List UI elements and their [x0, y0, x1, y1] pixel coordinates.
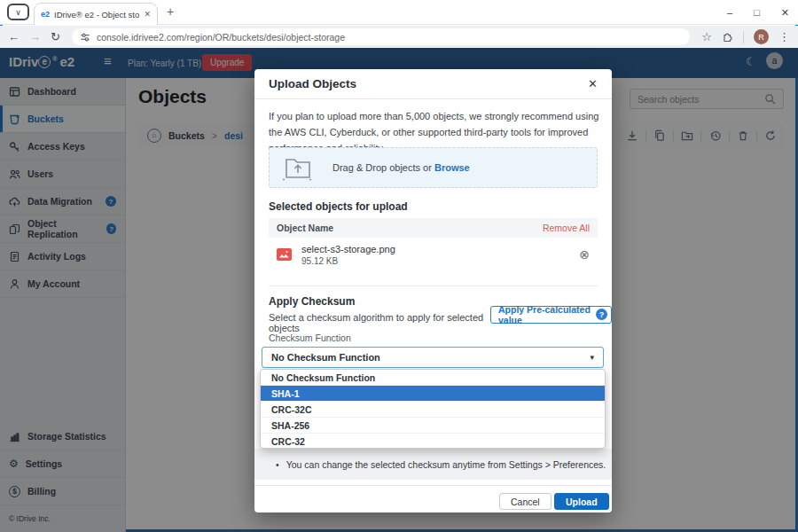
note-message: You can change the selected checksum any…: [286, 459, 606, 470]
browser-menu-icon[interactable]: ⋮: [778, 31, 790, 43]
browser-tab[interactable]: e2 IDrive® e2 - Object storage ✕: [34, 3, 158, 25]
chevron-down-icon: ▾: [590, 353, 594, 362]
close-icon[interactable]: ✕: [588, 77, 598, 90]
tab-strip: ∨ e2 IDrive® e2 - Object storage ✕ + – □…: [0, 0, 798, 25]
upload-button[interactable]: Upload: [554, 493, 609, 510]
modal-title: Upload Objects: [269, 77, 356, 90]
browser-window: ∨ e2 IDrive® e2 - Object storage ✕ + – □…: [0, 0, 798, 532]
option-crc32[interactable]: CRC-32: [261, 434, 605, 449]
checksum-subtext: Select a checksum algorithm to apply for…: [269, 312, 486, 333]
maximize-button[interactable]: □: [754, 7, 760, 18]
tab-title: IDrive® e2 - Object storage: [54, 10, 139, 20]
favicon-e2-icon: e2: [41, 10, 50, 19]
window-close-button[interactable]: ✕: [781, 7, 789, 19]
file-size: 95.12 KB: [301, 256, 395, 266]
bookmark-star-icon[interactable]: ☆: [701, 31, 712, 43]
option-sha256[interactable]: SHA-256: [261, 418, 605, 434]
extensions-puzzle-icon[interactable]: [722, 31, 733, 43]
modal-header: Upload Objects ✕: [254, 69, 612, 99]
upload-objects-modal: Upload Objects ✕ If you plan to upload m…: [254, 69, 612, 512]
footer-divider: [254, 485, 612, 486]
chevron-down-icon: ∨: [15, 8, 21, 17]
objects-table-header: Object Name Remove All: [269, 218, 598, 238]
tab-close-icon[interactable]: ✕: [144, 10, 151, 19]
bullet: •: [276, 459, 279, 470]
site-settings-icon: [80, 32, 90, 43]
toolbar-divider: [743, 31, 744, 43]
file-name: select-s3-storage.png: [301, 244, 395, 254]
selected-objects-heading: Selected objects for upload: [269, 200, 408, 213]
tab-search-button[interactable]: ∨: [7, 4, 29, 20]
minimize-button[interactable]: –: [727, 7, 732, 18]
section-divider: [269, 286, 598, 286]
note-panel: •You can change the selected checksum an…: [254, 449, 612, 480]
file-meta: select-s3-storage.png 95.12 KB: [301, 244, 395, 266]
back-button[interactable]: ←: [8, 31, 20, 43]
forward-button[interactable]: →: [29, 31, 41, 43]
dropzone-label: Drag & Drop objects or: [332, 162, 432, 173]
browser-profile-avatar[interactable]: R: [754, 29, 769, 44]
checksum-selected-value: No Checksum Function: [271, 352, 380, 363]
help-icon[interactable]: ?: [596, 309, 607, 320]
browser-toolbar: ← → ↻ console.idrivee2.com/region/OR/buc…: [0, 26, 798, 48]
column-object-name: Object Name: [277, 223, 333, 233]
option-no-checksum[interactable]: No Checksum Function: [261, 370, 605, 386]
cancel-button[interactable]: Cancel: [499, 493, 552, 510]
image-file-icon: [277, 248, 292, 261]
window-controls: – □ ✕: [727, 2, 789, 23]
reload-button[interactable]: ↻: [51, 31, 60, 43]
apply-precalculated-button[interactable]: Apply Pre-calculated value: [490, 306, 612, 324]
remove-file-icon[interactable]: ⊗: [579, 247, 590, 262]
new-tab-button[interactable]: +: [167, 4, 174, 19]
checksum-function-label: Checksum Function: [269, 332, 351, 343]
remove-all-link[interactable]: Remove All: [543, 223, 590, 233]
table-row: select-s3-storage.png 95.12 KB ⊗: [269, 238, 598, 271]
folder-upload-icon: [281, 153, 315, 183]
address-bar[interactable]: console.idrivee2.com/region/OR/buckets/d…: [72, 28, 690, 45]
url-text: console.idrivee2.com/region/OR/buckets/d…: [97, 32, 345, 43]
checksum-dropdown: No Checksum Function SHA-1 CRC-32C SHA-2…: [260, 369, 606, 449]
apply-checksum-heading: Apply Checksum: [269, 295, 355, 308]
drag-drop-zone[interactable]: Drag & Drop objects or Browse: [269, 147, 598, 188]
dropzone-text: Drag & Drop objects or Browse: [332, 162, 470, 173]
browse-link[interactable]: Browse: [434, 162, 470, 173]
option-crc32c[interactable]: CRC-32C: [261, 402, 605, 418]
option-sha1[interactable]: SHA-1: [261, 386, 605, 402]
checksum-select[interactable]: No Checksum Function ▾: [262, 347, 604, 368]
note-text: •You can change the selected checksum an…: [254, 459, 606, 470]
